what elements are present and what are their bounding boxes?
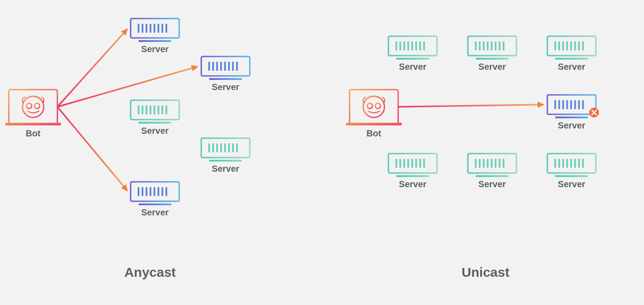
svg-rect-53 — [166, 187, 167, 196]
svg-rect-52 — [162, 187, 163, 196]
svg-rect-120 — [476, 175, 508, 177]
svg-rect-65 — [411, 41, 413, 50]
svg-rect-87 — [578, 41, 580, 50]
svg-rect-84 — [566, 41, 568, 50]
svg-rect-79 — [476, 58, 508, 60]
svg-rect-17 — [212, 62, 214, 71]
anycast-bot-icon — [5, 90, 61, 125]
svg-rect-125 — [566, 159, 568, 168]
unicast-server-icon-5 — [468, 154, 516, 177]
anycast-server-icon-3 — [201, 138, 250, 162]
svg-rect-47 — [142, 187, 143, 196]
svg-rect-76 — [495, 41, 497, 50]
unicast-server-label-5: Server — [468, 179, 516, 189]
anycast-server-icon-2 — [131, 100, 179, 124]
svg-rect-105 — [407, 159, 409, 168]
svg-rect-54 — [139, 203, 171, 205]
svg-rect-66 — [415, 41, 417, 50]
svg-rect-110 — [396, 175, 429, 177]
unicast-server-icon-1 — [468, 36, 516, 60]
svg-rect-117 — [495, 159, 497, 168]
unicast-server-icon-3 — [547, 95, 599, 118]
svg-rect-0 — [9, 90, 57, 124]
svg-rect-44 — [209, 160, 242, 162]
svg-rect-103 — [399, 159, 401, 168]
svg-rect-34 — [139, 122, 171, 124]
svg-rect-75 — [491, 41, 493, 50]
svg-rect-81 — [554, 41, 556, 50]
anycast-server-icon-4 — [131, 182, 179, 205]
svg-rect-50 — [154, 187, 155, 196]
anycast-bot-label: Bot — [9, 128, 57, 139]
svg-rect-29 — [150, 105, 151, 114]
svg-rect-86 — [574, 41, 576, 50]
svg-rect-89 — [555, 58, 588, 60]
unicast-server-icon-6 — [547, 154, 596, 177]
svg-rect-26 — [138, 105, 139, 114]
svg-rect-32 — [162, 105, 163, 114]
svg-rect-64 — [407, 41, 409, 50]
svg-rect-28 — [146, 105, 147, 114]
svg-rect-62 — [399, 41, 401, 50]
svg-rect-73 — [483, 41, 485, 50]
svg-rect-114 — [483, 159, 485, 168]
svg-rect-78 — [503, 41, 505, 50]
svg-rect-85 — [570, 41, 572, 50]
anycast-server-label-2: Server — [131, 126, 179, 136]
svg-rect-122 — [554, 159, 556, 168]
anycast-server-label-3: Server — [201, 164, 250, 174]
svg-rect-31 — [158, 105, 159, 114]
svg-rect-71 — [475, 41, 477, 50]
unicast-server-label-0: Server — [388, 62, 437, 72]
svg-point-3 — [26, 103, 32, 109]
anycast-server-label-0: Server — [131, 44, 179, 54]
anycast-server-label-4: Server — [131, 207, 179, 218]
svg-rect-106 — [411, 159, 413, 168]
svg-rect-67 — [419, 41, 421, 50]
anycast-arrow-0 — [57, 30, 127, 107]
svg-rect-48 — [146, 187, 147, 196]
svg-point-4 — [34, 103, 40, 109]
svg-rect-6 — [138, 24, 139, 33]
svg-rect-130 — [555, 175, 588, 177]
svg-rect-12 — [162, 24, 163, 33]
svg-rect-10 — [154, 24, 155, 33]
unicast-title: Unicast — [441, 265, 530, 280]
svg-rect-40 — [224, 143, 226, 152]
svg-rect-19 — [220, 62, 222, 71]
svg-rect-116 — [491, 159, 493, 168]
svg-rect-113 — [479, 159, 481, 168]
svg-rect-82 — [558, 41, 560, 50]
svg-rect-46 — [138, 187, 139, 196]
svg-rect-7 — [142, 24, 143, 33]
diagram-canvas — [0, 0, 644, 305]
svg-rect-83 — [562, 41, 564, 50]
svg-rect-61 — [395, 41, 397, 50]
svg-rect-119 — [503, 159, 505, 168]
svg-rect-98 — [582, 100, 584, 109]
svg-rect-49 — [150, 187, 151, 196]
svg-rect-88 — [582, 41, 584, 50]
svg-rect-13 — [166, 24, 167, 33]
svg-rect-37 — [212, 143, 214, 152]
svg-rect-36 — [208, 143, 210, 152]
svg-rect-77 — [499, 41, 501, 50]
svg-rect-123 — [558, 159, 560, 168]
unicast-server-label-3: Server — [547, 120, 596, 131]
svg-rect-38 — [216, 143, 218, 152]
svg-rect-94 — [566, 100, 568, 109]
svg-rect-41 — [228, 143, 230, 152]
svg-rect-112 — [475, 159, 477, 168]
svg-rect-55 — [350, 90, 398, 124]
svg-rect-127 — [574, 159, 576, 168]
svg-rect-107 — [415, 159, 417, 168]
svg-rect-43 — [236, 143, 238, 152]
svg-rect-109 — [423, 159, 425, 168]
svg-point-59 — [375, 103, 380, 109]
svg-rect-33 — [166, 105, 167, 114]
svg-rect-68 — [423, 41, 425, 50]
unicast-server-icon-0 — [388, 36, 437, 60]
svg-rect-124 — [562, 159, 564, 168]
svg-rect-16 — [208, 62, 210, 71]
svg-rect-51 — [158, 187, 159, 196]
